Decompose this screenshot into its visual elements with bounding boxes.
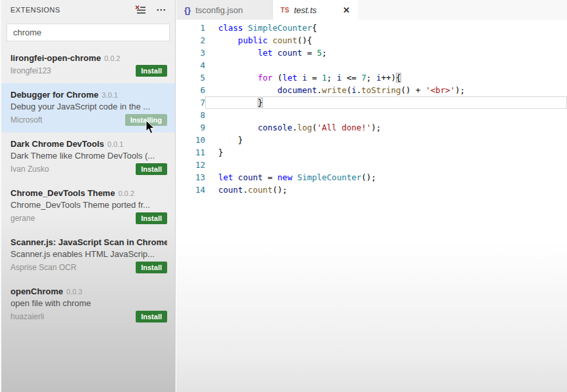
code-line-content[interactable]: for (let i = 1; i <= 7; i++){ [205,71,567,84]
code-line[interactable]: 11} [176,146,567,159]
line-number[interactable]: 5 [176,71,205,84]
extension-install-button[interactable]: Install [136,163,167,175]
code-token: 5 [317,48,323,58]
extension-list-item[interactable]: openChrome0.0.3open file with chromehuaz… [1,280,175,329]
code-line-content[interactable]: } [205,146,567,159]
code-line-content[interactable]: let count = new SimpleCounter(); [205,171,567,184]
code-token: ; [327,73,337,83]
code-token: class [218,23,243,33]
code-token: ; [322,48,327,58]
extension-version: 0.0.2 [104,54,120,62]
line-number[interactable]: 6 [176,84,205,96]
extension-footer-row: huazaierliInstall [10,309,167,324]
line-number[interactable]: 13 [176,171,205,184]
code-token: let [218,172,233,182]
extension-publisher: lirongfei123 [10,66,136,75]
extension-title-row: Chrome_DevTools Theme0.0.2 [10,186,167,199]
line-number[interactable]: 9 [176,121,205,134]
json-file-icon: {} [184,5,191,15]
code-token: for [258,73,273,83]
line-number[interactable]: 3 [176,47,205,59]
line-number[interactable]: 1 [176,22,205,34]
line-number[interactable]: 8 [176,109,205,121]
code-line-content[interactable]: class SimpleCounter{ [205,22,567,34]
extension-list-item[interactable]: Chrome_DevTools Theme0.0.2Chrome_DevTool… [1,182,175,231]
vscode-window: { "colors": { "install_green": "#2f7d33"… [0,0,567,392]
code-line-content[interactable] [205,109,567,121]
tab-tsconfig.json[interactable]: {}tsconfig.json [176,0,273,20]
code-token [218,123,258,132]
more-actions-icon[interactable]: ⋯ [155,5,167,15]
line-number[interactable]: 12 [176,159,205,171]
code-line-content[interactable]: } [205,96,567,109]
extension-title-row: lirongfei-open-chrome0.0.2 [10,51,167,64]
code-line[interactable]: 13let count = new SimpleCounter(); [176,171,567,184]
code-token: count [277,48,302,58]
extension-install-button[interactable]: Install [136,311,167,323]
code-line[interactable]: 8 [176,109,567,121]
code-token: document [277,85,317,95]
code-line-content[interactable]: console.log('All done!'); [205,121,567,134]
extensions-header: EXTENSIONS ⋯ [1,0,175,20]
extension-list-item[interactable]: Scanner.js: JavaScript Scan in ChromeSca… [1,231,175,280]
code-token: public [238,35,267,45]
extension-list-item[interactable]: lirongfei-open-chrome0.0.2lirongfei123In… [1,47,175,83]
code-line-content[interactable] [205,59,567,71]
extension-version: 0.0.3 [66,288,82,296]
code-line[interactable]: 12 [176,159,567,171]
code-line[interactable]: 3 let count = 5; [176,47,567,59]
code-line-content[interactable]: count.count(); [205,184,567,196]
extension-description: Debug your JavaScript code in the ... [10,100,167,113]
line-number[interactable]: 10 [176,134,205,146]
code-line-content[interactable]: document.write(i.toString() + '<br>'); [205,84,567,96]
clear-search-results-icon[interactable] [134,5,146,15]
code-line[interactable]: 10 } [176,134,567,146]
tab-label: tsconfig.json [195,5,243,15]
code-line[interactable]: 14count.count(); [176,184,567,196]
tab-bar-empty-space [358,0,567,20]
extension-publisher: gerane [10,214,136,223]
line-number[interactable]: 14 [176,184,205,196]
extension-list-item[interactable]: Dark Chrome DevTools0.0.1Dark Theme like… [1,132,175,182]
code-line[interactable]: 6 document.write(i.toString() + '<br>'); [176,84,567,96]
line-number[interactable]: 11 [176,146,205,159]
extension-description: open file with chrome [10,297,167,309]
code-token: = [263,172,278,182]
tab-test.ts[interactable]: TStest.ts✕ [273,0,358,20]
extension-publisher: Ivan Zusko [10,165,136,174]
extension-version: 0.0.2 [118,189,134,197]
extension-title-row: Dark Chrome DevTools0.0.1 [10,137,167,149]
line-number[interactable]: 7 [176,96,205,109]
extension-install-button[interactable]: Install [136,212,167,224]
code-line-content[interactable]: public count(){ [205,34,567,47]
extensions-search-input[interactable] [7,24,170,41]
extensions-list: lirongfei-open-chrome0.0.2lirongfei123In… [1,47,175,329]
code-token: ; [366,73,376,83]
line-number[interactable]: 4 [176,59,205,71]
extension-install-button[interactable]: Install [136,65,167,77]
code-line-content[interactable]: } [205,134,567,146]
extension-publisher: Asprise Scan OCR [10,263,136,272]
code-token [218,85,277,95]
code-line-content[interactable] [205,159,567,171]
code-editor[interactable]: 1class SimpleCounter{2 public count(){3 … [176,20,567,196]
code-line[interactable]: 2 public count(){ [176,34,567,47]
line-number[interactable]: 2 [176,34,205,47]
extension-footer-row: Ivan ZuskoInstall [10,162,167,176]
close-tab-icon[interactable]: ✕ [338,5,350,15]
code-line[interactable]: 5 for (let i = 1; i <= 7; i++){ [176,71,567,84]
code-line[interactable]: 9 console.log('All done!'); [176,121,567,134]
code-line[interactable]: 1class SimpleCounter{ [176,22,567,34]
code-line[interactable]: 7 } [176,96,567,109]
code-line[interactable]: 4 [176,59,567,71]
code-line-content[interactable]: let count = 5; [205,47,567,59]
code-token: (); [273,185,288,195]
extension-install-button[interactable]: Install [136,262,167,273]
extension-title-row: Scanner.js: JavaScript Scan in Chrome [10,235,167,248]
code-token: (){ [297,35,312,45]
extension-name: lirongfei-open-chrome [10,53,101,63]
code-token: } [218,147,224,157]
code-token [218,73,258,83]
matched-bracket: { [396,73,401,83]
extension-footer-row: geraneInstall [10,211,167,225]
